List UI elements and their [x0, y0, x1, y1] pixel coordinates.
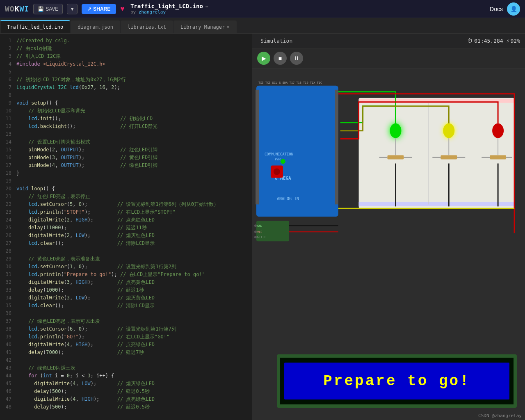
code-line: 21 // 红色LED亮起，表示停止	[0, 193, 252, 201]
led-red	[492, 123, 504, 138]
lcd-screen: Prepare to go!	[284, 363, 509, 399]
code-line: 39 lcd.println("GO!"); // 在LCD上显示"GO!"	[0, 333, 252, 341]
resistor-1	[388, 155, 404, 160]
sda-label: C::::	[257, 235, 266, 239]
code-line: 18 }	[0, 169, 252, 177]
resistor-2	[441, 155, 457, 160]
code-line: 48 delay(500); // 延迟0.5秒	[0, 403, 252, 411]
tab-libraries[interactable]: libraries.txt	[121, 21, 173, 33]
circuit-diagram: ANALOG IN O MEGA COMMUNICATION PWR TX3 T…	[252, 68, 525, 332]
main-area: 1 //Created by cslg. 2 // 由cslg创建 3 // 引…	[0, 34, 525, 420]
button-center	[274, 168, 280, 175]
code-line: 3 // 引入LCD I2C库	[0, 52, 252, 60]
code-line: 25 delay(11000); // 延迟11秒	[0, 224, 252, 232]
title-area: Traffic_light_LCD.ino ✏ by zhangrelay	[129, 3, 486, 15]
author-link[interactable]: zhangrelay	[139, 9, 166, 15]
tab-traffic-led[interactable]: Traffic_led_lcd.ino	[0, 20, 70, 33]
code-line: 34 digitalWrite(3, LOW); // 熄灭黄色LED	[0, 294, 252, 302]
tabs-bar: Traffic_led_lcd.ino diagram.json librari…	[0, 18, 525, 34]
code-line: 47 digitalWrite(4, HIGH); // 点亮绿色LED	[0, 395, 252, 403]
code-line: 46 delay(500); // 延迟0.5秒	[0, 388, 252, 395]
lcd-display: Prepare to go!	[277, 354, 517, 408]
tab-library-manager[interactable]: Library Manager ▾	[173, 21, 237, 33]
pin-header-left	[256, 90, 259, 205]
share-label: SHARE	[93, 6, 110, 12]
code-line: 17 pinMode(4, OUTPUT); // 绿色LED引脚	[0, 162, 252, 169]
code-line: 9 void setup() {	[0, 99, 252, 107]
bb-rail-bottom-blue	[359, 202, 514, 206]
csdn-label: CSDN @zhangrelay	[478, 413, 522, 418]
code-line: 38 lcd.setCursor(6, 0); // 设置光标到第1行第7列	[0, 325, 252, 333]
header: WOKWI 💾 SAVE ▼ ↗ SHARE ♥ Traffic_light_L…	[0, 0, 525, 18]
code-line: 22 lcd.setCursor(5, 0); // 设置光标到第1行第6列（列…	[0, 201, 252, 208]
speed-value: 92%	[511, 38, 520, 44]
project-author: by zhangrelay	[130, 9, 166, 15]
lcd-text: Prepare to go!	[323, 373, 470, 390]
code-line: 15 pinMode(2, OUTPUT); // 红色LED引脚	[0, 146, 252, 154]
code-line: 5	[0, 68, 252, 76]
code-line: 28	[0, 247, 252, 255]
code-line: 32 digitalWrite(3, HIGH); // 点亮黄色LED	[0, 278, 252, 286]
led-yellow	[443, 123, 454, 138]
speed-icon: ⚡	[507, 38, 510, 44]
code-line: 45 digitalWrite(4, LOW); // 熄灭绿色LED	[0, 380, 252, 388]
code-line: 10 // 初始化LCD显示和背光	[0, 107, 252, 115]
vcc-label: VCC	[257, 231, 262, 234]
comm-label: COMMUNICATION	[265, 152, 293, 156]
code-line: 13	[0, 130, 252, 138]
dropdown-icon: ▾	[226, 24, 229, 30]
timer-value: 01:45.284	[474, 38, 503, 44]
circuit-area: ANALOG IN O MEGA COMMUNICATION PWR TX3 T…	[252, 68, 525, 420]
i2c-pin-vcc	[254, 231, 257, 233]
code-line: 44 for (int i = 0; i < 3; i++) {	[0, 372, 252, 380]
simulation-panel: Simulation ⏱ 01:45.284 ⚡ 92% ▶ ■ ⏸	[252, 34, 525, 420]
logo: WOKWI	[5, 5, 29, 13]
code-line: 24 digitalWrite(2, HIGH); // 点亮红色LED	[0, 216, 252, 224]
pwr-led	[281, 159, 285, 164]
code-line: 26 digitalWrite(2, LOW); // 熄灭红色LED	[0, 232, 252, 240]
status-watermark: CSDN @zhangrelay	[478, 413, 522, 418]
code-line: 16 pinMode(3, OUTPUT); // 黄色LED引脚	[0, 154, 252, 162]
code-line: 1 //Created by cslg.	[0, 37, 252, 45]
code-line: 29 // 黄色LED亮起，表示准备出发	[0, 255, 252, 263]
save-button[interactable]: 💾 SAVE	[33, 4, 63, 14]
code-line: 23 lcd.println("STOP!"); // 在LCD上显示"STOP…	[0, 208, 252, 216]
resistor-3	[490, 155, 506, 160]
pin-header-right	[335, 90, 338, 205]
pwr-label: PWR	[275, 158, 281, 161]
code-line: 19	[0, 177, 252, 185]
avatar[interactable]: 👤	[507, 2, 520, 16]
simulation-header: Simulation ⏱ 01:45.284 ⚡ 92%	[252, 34, 525, 48]
code-line: 36	[0, 310, 252, 317]
code-line: 7 LiquidCrystal_I2C lcd(0x27, 16, 2);	[0, 84, 252, 91]
save-dropdown-button[interactable]: ▼	[67, 4, 78, 14]
code-line: 42	[0, 356, 252, 364]
code-line: 14 // 设置LED引脚为输出模式	[0, 138, 252, 146]
docs-button[interactable]: Docs	[490, 6, 503, 12]
save-icon: 💾	[38, 6, 44, 12]
code-line: 8	[0, 91, 252, 99]
code-line: 6 // 初始化LCD I2C对象，地址为0x27，16列2行	[0, 76, 252, 84]
tab-diagram[interactable]: diagram.json	[71, 21, 120, 33]
code-line: 20 void loop() {	[0, 185, 252, 193]
pause-button[interactable]: ⏸	[290, 52, 303, 65]
i2c-pin-gnd	[254, 224, 257, 227]
stop-button[interactable]: ■	[274, 52, 287, 65]
code-line: 31 lcd.println("Prepare to go!"); // 在LC…	[0, 271, 252, 278]
code-editor[interactable]: 1 //Created by cslg. 2 // 由cslg创建 3 // 引…	[0, 34, 252, 420]
code-line: 27 lcd.clear(); // 清除LCD显示	[0, 240, 252, 247]
project-title: Traffic_light_LCD.ino ✏	[130, 3, 208, 9]
speed-display: ⚡ 92%	[507, 38, 520, 44]
breadboard	[359, 98, 514, 209]
favorite-button[interactable]: ♥	[120, 5, 125, 13]
code-line: 30 lcd.setCursor(1, 0); // 设置光标到第1行第2列	[0, 263, 252, 271]
code-line: 40 digitalWrite(4, HIGH); // 点亮绿色LED	[0, 341, 252, 349]
gnd-label: GND	[257, 224, 262, 228]
code-line: 43 // 绿色LED闪烁三次	[0, 364, 252, 372]
led-green	[390, 123, 401, 138]
share-button[interactable]: ↗ SHARE	[82, 4, 116, 14]
code-line: 35 lcd.clear(); // 清除LCD显示	[0, 302, 252, 310]
edit-icon[interactable]: ✏	[205, 3, 208, 9]
simulation-tab[interactable]: Simulation	[257, 36, 296, 46]
play-button[interactable]: ▶	[257, 52, 270, 65]
